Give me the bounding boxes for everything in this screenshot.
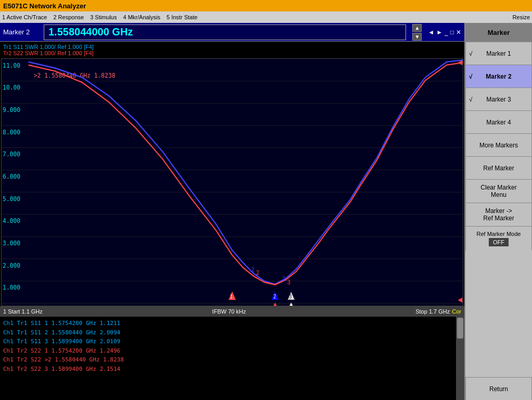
data-scrollbar[interactable] (456, 317, 464, 400)
svg-text:8.000: 8.000 (3, 128, 20, 136)
minimize-btn[interactable]: _ (445, 29, 448, 36)
menu-instr-state[interactable]: 5 Instr State (167, 14, 197, 20)
more-markers-label: More Markers (479, 142, 518, 149)
svg-text:◄: ◄ (457, 295, 463, 304)
maximize-btn[interactable]: □ (450, 29, 454, 36)
sidebar: Marker √ Marker 1 √ Marker 2 √ Marker 3 … (464, 23, 532, 400)
ref-marker-mode-label: Ref Marker Mode (477, 231, 521, 237)
svg-text:2: 2 (251, 266, 255, 273)
marker-2-label: Marker 2 (486, 73, 511, 80)
chart-svg: 11.00 10.00 9.000 8.000 7.000 6.000 5.00… (2, 59, 463, 306)
svg-text:6.000: 6.000 (3, 172, 20, 180)
main-layout: Marker 2 1.558044000 GHz ▲ ▼ ◄ ► _ □ ✕ T… (0, 23, 532, 400)
marker-label: Marker 2 (3, 28, 40, 36)
ref-marker-mode-value: OFF (489, 238, 509, 246)
data-area: Ch1 Tr1 S11 1 1.5754200 GHz 1.1211 Ch1 T… (0, 317, 464, 400)
marker-4-button[interactable]: Marker 4 (465, 110, 532, 133)
stop-frequency: Stop 1.7 GHz (415, 308, 450, 315)
svg-text:7.000: 7.000 (3, 150, 20, 158)
data-row: Ch1 Tr2 S22 3 1.5899400 GHz 2.1514 (3, 365, 453, 374)
menu-bar: 1 Active Ch/Trace 2 Response 3 Stimulus … (0, 11, 532, 23)
marker-3-checkmark: √ (469, 96, 473, 103)
svg-text:10.00: 10.00 (3, 84, 20, 92)
menu-stimulus[interactable]: 3 Stimulus (90, 14, 117, 20)
marker-3-button[interactable]: √ Marker 3 (465, 88, 532, 110)
svg-text:2: 2 (273, 293, 276, 299)
data-row: Ch1 Tr1 S11 3 1.5899400 GHz 2.0109 (3, 337, 453, 346)
trace-info: Tr1 S11 SWR 1.000/ Ref 1.000 [F4] Tr2 S2… (0, 42, 464, 58)
marker-down-btn[interactable]: ▼ (412, 33, 422, 41)
marker-3-label: Marker 3 (486, 96, 511, 103)
marker-1-checkmark: √ (469, 50, 473, 57)
svg-text:2.000: 2.000 (3, 261, 20, 269)
marker-nav-controls: ▲ ▼ (412, 24, 422, 41)
app-title: E5071C Network Analyzer (3, 2, 86, 10)
data-row: Ch1 Tr2 S22 1 1.5754200 GHz 1.2496 (3, 346, 453, 356)
svg-text:1: 1 (230, 293, 233, 299)
title-bar: E5071C Network Analyzer (0, 0, 532, 11)
marker-1-button[interactable]: √ Marker 1 (465, 42, 532, 65)
ref-marker-label: Ref Marker (483, 165, 514, 172)
close-btn[interactable]: ✕ (456, 29, 461, 36)
marker-to-ref-button[interactable]: Marker ->Ref Marker (465, 203, 532, 226)
marker-left-btn[interactable]: ◄ (428, 29, 434, 36)
marker-header: Marker 2 1.558044000 GHz ▲ ▼ ◄ ► _ □ ✕ (0, 23, 464, 42)
marker-to-ref-label: Marker ->Ref Marker (483, 207, 514, 222)
sidebar-title: Marker (465, 23, 532, 42)
svg-text:2: 2 (256, 269, 259, 276)
ifbw-label: IFBW 70 kHz (43, 308, 415, 315)
svg-text:3: 3 (283, 276, 286, 282)
chart-area: 11.00 10.00 9.000 8.000 7.000 6.000 5.00… (1, 58, 463, 306)
data-row: Ch1 Tr1 S11 2 1.5580440 GHz 2.0094 (3, 328, 453, 338)
data-table: Ch1 Tr1 S11 1 1.5754200 GHz 1.1211 Ch1 T… (0, 317, 456, 400)
data-row: Ch1 Tr2 S22 >2 1.5580440 GHz 1.8238 (3, 355, 453, 365)
clear-marker-menu-label: Clear MarkerMenu (480, 184, 516, 198)
marker-window-buttons: ◄ ► _ □ ✕ (428, 29, 461, 36)
marker-value-display: 1.558044000 GHz (44, 24, 406, 40)
menu-mkr-analysis[interactable]: 4 Mkr/Analysis (123, 14, 160, 20)
more-markers-button[interactable]: More Markers (465, 133, 532, 156)
cor-indicator: Cor (452, 308, 461, 315)
trace-2-label[interactable]: Tr2 S22 SWR 1.000/ Ref 1.000 [F4] (3, 50, 461, 56)
data-row: Ch1 Tr1 S11 1 1.5754200 GHz 1.1211 (3, 319, 453, 328)
ref-marker-mode-button[interactable]: Ref Marker Mode OFF (465, 226, 532, 251)
svg-text:9.000: 9.000 (3, 106, 20, 114)
svg-text:◄: ◄ (457, 59, 463, 67)
svg-text:3: 3 (289, 293, 292, 299)
ref-marker-button[interactable]: Ref Marker (465, 156, 532, 179)
svg-text:5.000: 5.000 (3, 195, 20, 203)
marker-1-label: Marker 1 (486, 50, 511, 57)
menu-response[interactable]: 2 Response (53, 14, 84, 20)
svg-text:4.000: 4.000 (3, 217, 20, 224)
marker-2-button[interactable]: √ Marker 2 (465, 65, 532, 88)
left-panel: Marker 2 1.558044000 GHz ▲ ▼ ◄ ► _ □ ✕ T… (0, 23, 464, 400)
resize-button[interactable]: Resize (512, 14, 530, 20)
return-button[interactable]: Return (465, 377, 532, 400)
chart-bottom-bar: 1 Start 1.1 GHz IFBW 70 kHz Stop 1.7 GHz… (0, 306, 464, 317)
sidebar-spacer (465, 251, 532, 377)
svg-text:3.000: 3.000 (3, 239, 20, 247)
marker-right-btn[interactable]: ► (436, 29, 442, 36)
svg-text:3: 3 (287, 279, 290, 285)
marker-up-btn[interactable]: ▲ (412, 24, 422, 32)
menu-active-ch[interactable]: 1 Active Ch/Trace (2, 14, 47, 20)
clear-marker-menu-button[interactable]: Clear MarkerMenu (465, 179, 532, 203)
svg-text:▲: ▲ (274, 305, 278, 306)
marker-2-checkmark: √ (469, 73, 473, 80)
svg-text:11.00: 11.00 (3, 61, 20, 69)
start-frequency: 1 Start 1.1 GHz (3, 308, 43, 315)
trace-1-label[interactable]: Tr1 S11 SWR 1.000/ Ref 1.000 [F4] (3, 44, 461, 50)
svg-text:1.000: 1.000 (3, 283, 20, 291)
svg-rect-0 (2, 59, 463, 306)
return-label: Return (489, 385, 508, 393)
marker-4-label: Marker 4 (486, 119, 511, 126)
scrollbar-thumb[interactable] (457, 318, 463, 339)
